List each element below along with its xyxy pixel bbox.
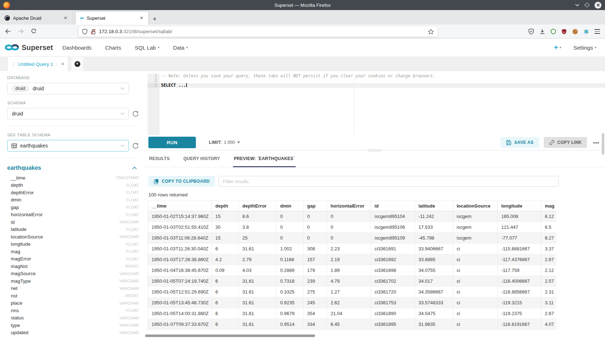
line-code — [160, 78, 605, 83]
table-select[interactable]: earthquakes — [7, 140, 129, 151]
window-close-icon[interactable] — [595, 2, 601, 9]
menu-icon[interactable] — [595, 29, 600, 33]
window-minimize-icon[interactable] — [575, 4, 579, 6]
column-header-id[interactable]: id — [371, 201, 415, 211]
column-header-horizontalerror[interactable]: horizontalError — [327, 201, 371, 211]
column-type: FLOAT — [126, 190, 139, 195]
superset-logo[interactable]: Superset — [4, 43, 53, 52]
filter-results-input[interactable] — [219, 176, 559, 187]
column-type: FLOAT — [126, 198, 139, 202]
copy-to-clipboard-button[interactable]: COPY TO CLIPBOARD — [148, 176, 215, 187]
run-button[interactable]: RUN — [148, 137, 196, 148]
refresh-schemas-icon[interactable] — [133, 111, 139, 117]
tab-close-icon[interactable]: ✕ — [138, 15, 145, 21]
table-schema-title[interactable]: earthquakes — [7, 165, 41, 171]
table-cell: 0 — [277, 233, 304, 244]
bookmark-star-icon[interactable] — [428, 29, 434, 35]
column-header-longitude[interactable]: longitude — [498, 201, 541, 211]
results-tab-preview[interactable]: PREVIEW: `EARTHQUAKES` — [233, 156, 296, 167]
horizontal-scrollbar[interactable] — [145, 335, 557, 337]
schema-label: SCHEMA — [7, 101, 139, 105]
editor-line[interactable]: 2 — [148, 78, 605, 83]
editor-line[interactable]: 1-- Note: Unless you save your query, th… — [148, 74, 605, 78]
nav-item-sql-lab[interactable]: SQL Lab▾ — [135, 45, 159, 51]
url-bar[interactable]: 172.18.0.3:32108/superset/sqllab/ — [79, 26, 438, 37]
scrollbar-thumb[interactable] — [145, 335, 315, 337]
column-header-gap[interactable]: gap — [304, 201, 327, 211]
table-cell: 0.3325 — [277, 287, 304, 297]
reload-icon[interactable] — [31, 29, 36, 34]
results-tab-results[interactable]: RESULTS — [148, 156, 170, 167]
database-select[interactable]: druid druid — [7, 83, 129, 94]
column-header-latitude[interactable]: latitude — [415, 201, 453, 211]
schema-column: magNstBIGINT — [7, 263, 139, 270]
table-cell: 6 — [212, 287, 239, 297]
column-name: depth — [11, 182, 23, 188]
refresh-tables-icon[interactable] — [133, 143, 139, 149]
column-header-mag[interactable]: mag — [541, 201, 557, 211]
browser-tab-superset[interactable]: ∞ Superset ✕ — [76, 12, 148, 24]
table-cell: 31.61 — [239, 244, 277, 254]
column-type: VARCHAR — [120, 220, 139, 224]
back-icon[interactable] — [5, 29, 11, 34]
table-cell: 34.3586667 — [415, 287, 453, 297]
table-cell: -45.798 — [415, 233, 453, 244]
table-cell: 0.1168 — [277, 254, 304, 265]
ublock-icon[interactable] — [561, 29, 567, 35]
schema-select[interactable]: druid — [7, 108, 129, 119]
window-title: Superset — Mozilla Firefox — [0, 3, 605, 8]
add-new-menu[interactable]: + ▾ — [554, 44, 561, 51]
extension-vinegar-icon[interactable] — [551, 29, 556, 34]
new-query-tab-button[interactable]: + — [71, 56, 84, 71]
column-header-dmin[interactable]: dmin — [277, 201, 304, 211]
more-actions-button[interactable]: ••• — [592, 140, 601, 145]
table-header-row: __timedepthdepthErrordmingaphorizontalEr… — [148, 201, 557, 211]
cookie-extension-icon[interactable] — [572, 29, 578, 35]
nav-item-data[interactable]: Data▾ — [173, 45, 188, 51]
column-header-time[interactable]: __time — [148, 201, 212, 211]
lock-insecure-icon[interactable] — [91, 29, 96, 35]
save-as-button[interactable]: SAVE AS — [501, 137, 539, 148]
forward-icon[interactable] — [18, 29, 24, 34]
extension-asterisk-icon[interactable] — [583, 29, 589, 35]
limit-dropdown[interactable]: LIMIT: 1 000 — [209, 140, 240, 145]
editor-pane: 1-- Note: Unless you save your query, th… — [144, 71, 605, 364]
settings-menu[interactable]: Settings ▾ — [573, 45, 596, 51]
table-cell: 1950-01-05T07:24:19.740Z — [148, 276, 212, 287]
column-header-locationsource[interactable]: locationSource — [453, 201, 498, 211]
column-type: FLOAT — [126, 242, 139, 246]
new-tab-button[interactable]: + — [148, 15, 161, 24]
browser-tab-apache-druid[interactable]: Apache Druid ✕ — [0, 12, 73, 24]
results-tab-query-history[interactable]: QUERY HISTORY — [183, 156, 221, 167]
collapse-caret-icon[interactable] — [132, 167, 137, 169]
nav-item-dashboards[interactable]: Dashboards — [62, 45, 91, 51]
schema-column: locationSourceVARCHAR — [7, 233, 139, 241]
shield-icon[interactable] — [82, 29, 88, 35]
nav-item-charts[interactable]: Charts — [105, 45, 121, 51]
column-header-depth[interactable]: depth — [212, 201, 239, 211]
query-tab-untitled[interactable]: ⋮ Untitled Query 1 ✕ — [7, 56, 68, 71]
drag-handle-icon[interactable]: ⋮ — [11, 62, 15, 67]
column-name: magSource — [11, 271, 36, 276]
copy-link-button[interactable]: COPY LINK — [544, 137, 587, 148]
query-tab-close-icon[interactable]: ✕ — [61, 62, 64, 67]
tab-close-icon[interactable]: ✕ — [62, 15, 69, 21]
table-cell: 1950-01-04T16:38:45.670Z — [148, 265, 212, 276]
sql-editor-lines: 1-- Note: Unless you save your query, th… — [148, 74, 605, 88]
download-icon[interactable] — [539, 29, 545, 35]
pane-resize-handle-icon[interactable] — [368, 150, 381, 152]
column-name: magNst — [11, 264, 28, 269]
window-maximize-icon[interactable] — [584, 3, 590, 8]
query-tabstrip: ⋮ Untitled Query 1 ✕ + — [0, 56, 605, 71]
column-header-deptherror[interactable]: depthError — [239, 201, 277, 211]
sql-editor[interactable]: 1-- Note: Unless you save your query, th… — [148, 74, 605, 135]
table-cell: 2.62 — [327, 297, 371, 308]
pane-scrollbar-thumb[interactable] — [602, 133, 604, 155]
schema-column: rmsFLOAT — [7, 307, 139, 314]
table-cell: 165.006 — [498, 211, 541, 222]
table-cell: 33.8885 — [415, 254, 453, 265]
protections-shield-icon[interactable] — [528, 28, 534, 35]
table-cell: 17.533 — [415, 222, 453, 233]
editor-line[interactable]: 3SELECT ... — [148, 83, 605, 88]
plus-circle-icon: + — [75, 61, 80, 67]
